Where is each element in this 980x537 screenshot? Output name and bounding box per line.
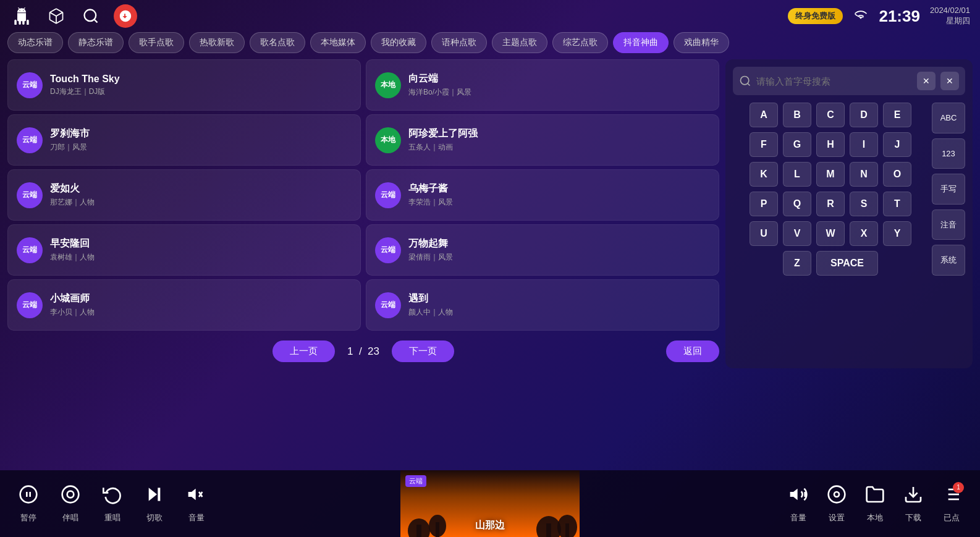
player-icon-settings: [827, 484, 847, 509]
song-item[interactable]: 云端 万物起舞 梁倩雨｜风景: [366, 224, 719, 276]
song-meta: DJ海龙王｜DJ版: [50, 87, 352, 97]
player-label-next: 切歌: [146, 512, 163, 523]
player-label-download: 下载: [905, 512, 921, 523]
key-button-r[interactable]: R: [816, 192, 845, 216]
key-button-v[interactable]: V: [783, 221, 811, 246]
player-control-download[interactable]: 下载: [903, 484, 923, 523]
search-clear-button[interactable]: ✕: [917, 72, 936, 90]
song-item[interactable]: 云端 早安隆回 袁树雄｜人物: [7, 224, 361, 276]
key-button-p[interactable]: P: [750, 192, 778, 216]
nav-tab-hot[interactable]: 热歌新歌: [189, 32, 245, 53]
song-badge: 云端: [17, 237, 43, 263]
side-key-系统[interactable]: 系统: [932, 245, 965, 276]
nav-tab-lang[interactable]: 语种点歌: [431, 32, 487, 53]
key-button-l[interactable]: L: [783, 162, 811, 187]
song-item[interactable]: 云端 小城画师 李小贝｜人物: [7, 279, 361, 331]
key-button-w[interactable]: W: [816, 221, 845, 246]
keyboard-side: ABC123手写注音系统: [932, 103, 965, 276]
keyboard-row: UVWXY: [733, 221, 928, 246]
nav-tab-local[interactable]: 本地媒体: [310, 32, 366, 53]
song-meta: 袁树雄｜人物: [50, 252, 352, 263]
player-icon-local2: [865, 484, 885, 509]
player-control-pause[interactable]: 暂停: [19, 484, 38, 523]
nav-tab-fav[interactable]: 我的收藏: [371, 32, 426, 53]
key-button-c[interactable]: C: [816, 103, 845, 127]
player-label-local2: 本地: [867, 512, 883, 523]
nav-tab-name[interactable]: 歌名点歌: [250, 32, 305, 53]
side-key-123[interactable]: 123: [932, 138, 965, 169]
key-button-g[interactable]: G: [783, 132, 811, 157]
key-button-z[interactable]: Z: [783, 251, 811, 276]
search-close-button[interactable]: ✕: [940, 72, 959, 90]
song-meta: 颜人中｜人物: [408, 307, 710, 318]
player-icon-wrap-volume-add: [788, 484, 808, 509]
song-item[interactable]: 本地 向云端 海洋Bo/小霞｜风景: [366, 59, 719, 111]
prev-page-button[interactable]: 上一页: [272, 340, 335, 362]
date-display: 2024/02/01 星期四: [930, 6, 970, 27]
player-icon-volume-add: [788, 484, 808, 509]
download-icon[interactable]: [114, 4, 137, 28]
side-key-ABC[interactable]: ABC: [932, 103, 965, 133]
nav-tab-dynamic[interactable]: 动态乐谱: [7, 32, 63, 53]
cube-icon[interactable]: [44, 4, 68, 28]
player-control-volume-add[interactable]: 音量: [788, 484, 808, 523]
nav-tab-opera[interactable]: 戏曲精华: [674, 32, 729, 53]
key-button-k[interactable]: K: [750, 162, 778, 187]
svg-rect-11: [158, 488, 160, 501]
key-button-y[interactable]: Y: [883, 221, 911, 246]
key-button-o[interactable]: O: [883, 162, 911, 187]
key-button-b[interactable]: B: [783, 103, 811, 127]
song-item[interactable]: 云端 乌梅子酱 李荣浩｜风景: [366, 169, 719, 221]
song-info: 遇到 颜人中｜人物: [408, 292, 710, 318]
player-icon-wrap-queued: 1: [942, 484, 961, 509]
key-button-space[interactable]: SPACE: [816, 251, 878, 276]
key-button-u[interactable]: U: [750, 221, 778, 246]
song-info: 小城画师 李小贝｜人物: [50, 292, 352, 318]
player-control-volume[interactable]: 音量: [187, 484, 206, 523]
key-button-m[interactable]: M: [816, 162, 845, 187]
song-item[interactable]: 云端 遇到 颜人中｜人物: [366, 279, 719, 331]
player-control-next[interactable]: 切歌: [145, 484, 164, 523]
song-info: Touch The Sky DJ海龙王｜DJ版: [50, 74, 352, 97]
side-key-手写[interactable]: 手写: [932, 174, 965, 205]
top-icons-left: [10, 4, 137, 28]
search-input[interactable]: [756, 76, 912, 87]
key-button-a[interactable]: A: [750, 103, 778, 127]
key-button-d[interactable]: D: [850, 103, 878, 127]
player-control-accompany[interactable]: 伴唱: [61, 484, 80, 523]
key-button-j[interactable]: J: [883, 132, 911, 157]
keyboard-area: ABCDEFGHIJKLMNOPQRSTUVWXYZSPACE ABC123手写…: [733, 103, 965, 276]
svg-marker-10: [149, 488, 157, 501]
player-control-replay[interactable]: 重唱: [103, 484, 122, 523]
nav-tab-theme[interactable]: 主题点歌: [492, 32, 547, 53]
player-controls-left: 暂停 伴唱 重唱 切歌 音量: [19, 484, 400, 523]
key-button-h[interactable]: H: [816, 132, 845, 157]
back-button[interactable]: 返回: [666, 340, 719, 362]
key-button-q[interactable]: Q: [783, 192, 811, 216]
key-button-i[interactable]: I: [850, 132, 878, 157]
song-info: 罗刹海市 刀郎｜风景: [50, 127, 352, 153]
player-control-local2[interactable]: 本地: [865, 484, 885, 523]
nav-tab-variety[interactable]: 综艺点歌: [552, 32, 608, 53]
key-button-n[interactable]: N: [850, 162, 878, 187]
key-button-t[interactable]: T: [883, 192, 911, 216]
song-item[interactable]: 云端 罗刹海市 刀郎｜风景: [7, 114, 361, 166]
nav-tab-static[interactable]: 静态乐谱: [68, 32, 124, 53]
nav-tab-douyin[interactable]: 抖音神曲: [613, 32, 669, 53]
song-item[interactable]: 本地 阿珍爱上了阿强 五条人｜动画: [366, 114, 719, 166]
player-control-queued[interactable]: 1已点: [942, 484, 961, 523]
android-icon[interactable]: [10, 4, 33, 28]
key-button-s[interactable]: S: [850, 192, 878, 216]
nav-tab-singer[interactable]: 歌手点歌: [129, 32, 184, 53]
song-info: 早安隆回 袁树雄｜人物: [50, 237, 352, 263]
search-icon[interactable]: [79, 4, 103, 28]
next-page-button[interactable]: 下一页: [392, 340, 454, 362]
song-item[interactable]: 云端 爱如火 那艺娜｜人物: [7, 169, 361, 221]
key-button-x[interactable]: X: [850, 221, 878, 246]
key-button-f[interactable]: F: [750, 132, 778, 157]
side-key-注音[interactable]: 注音: [932, 209, 965, 240]
song-title: 爱如火: [50, 182, 352, 195]
song-item[interactable]: 云端 Touch The Sky DJ海龙王｜DJ版: [7, 59, 361, 111]
key-button-e[interactable]: E: [883, 103, 911, 127]
player-control-settings[interactable]: 设置: [827, 484, 847, 523]
